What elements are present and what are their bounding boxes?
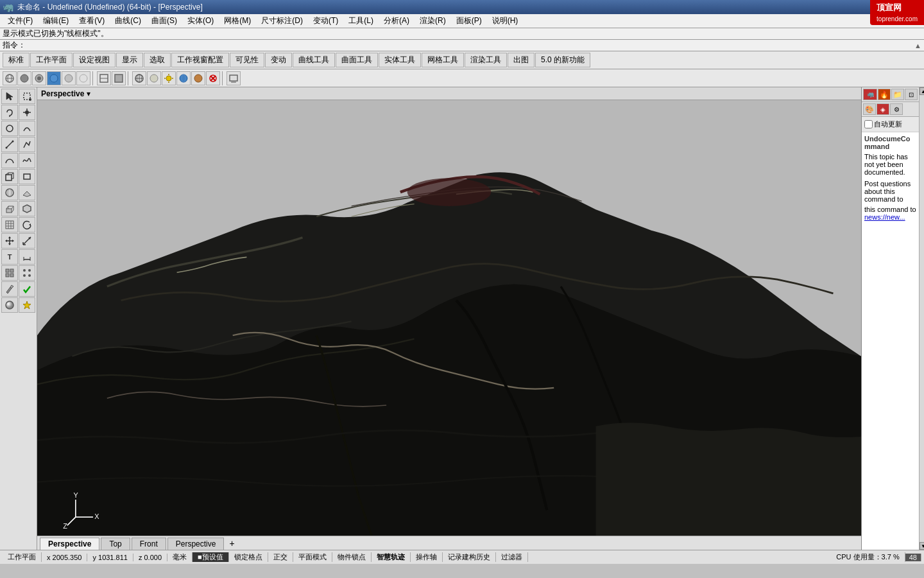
text-tool[interactable]: T xyxy=(1,249,18,265)
tab-perspective1[interactable]: Perspective xyxy=(40,538,99,550)
flame-icon[interactable]: 🔥 xyxy=(878,89,891,100)
tb-sun-icon[interactable] xyxy=(162,71,176,85)
tab-front[interactable]: Front xyxy=(132,538,166,550)
rotate-tool[interactable] xyxy=(19,217,35,232)
freeform-tool[interactable] xyxy=(19,153,35,168)
solid-tool[interactable] xyxy=(19,201,35,216)
tb-display[interactable]: 显示 xyxy=(116,53,143,67)
tab-top[interactable]: Top xyxy=(101,538,130,550)
rect-tool[interactable] xyxy=(19,169,35,184)
tab-perspective2[interactable]: Perspective xyxy=(167,538,225,550)
planar-btn[interactable]: 平面模式 xyxy=(293,552,332,562)
tb-solid-tools[interactable]: 实体工具 xyxy=(379,53,421,67)
cmd-input[interactable] xyxy=(26,41,154,50)
tb-blue-sphere-icon[interactable] xyxy=(47,71,61,85)
osnap-btn[interactable]: 物件锁点 xyxy=(332,552,372,562)
tb-sphere5[interactable] xyxy=(147,71,161,85)
tb-world-icon[interactable] xyxy=(3,71,17,85)
scroll-up-arrow[interactable]: ▲ xyxy=(920,87,924,95)
dropper-icon[interactable]: ◈ xyxy=(877,103,889,115)
rhino-logo[interactable]: 🦏 xyxy=(863,89,877,100)
tb-icon7[interactable] xyxy=(97,71,111,85)
extrude-tool[interactable] xyxy=(1,201,18,216)
sphere-tool[interactable] xyxy=(1,185,18,200)
tb-surface-tools[interactable]: 曲面工具 xyxy=(336,53,378,67)
tb-new-features[interactable]: 5.0 的新功能 xyxy=(535,53,590,67)
cmd-expand[interactable]: ▲ xyxy=(914,42,921,49)
star-tool[interactable] xyxy=(19,297,35,313)
circle-tool[interactable] xyxy=(1,121,18,136)
filter-btn[interactable]: 过滤器 xyxy=(496,552,528,562)
snap-btn[interactable]: 锁定格点 xyxy=(229,552,268,562)
tb-icon8[interactable] xyxy=(112,71,126,85)
marquee-tool[interactable] xyxy=(19,89,35,104)
tb-visibility[interactable]: 可见性 xyxy=(230,53,264,67)
tb-sphere3-icon[interactable] xyxy=(62,71,76,85)
history-btn[interactable]: 记录建构历史 xyxy=(443,552,496,562)
mesh-tool[interactable] xyxy=(1,217,18,232)
tb-earth2-icon[interactable] xyxy=(191,71,205,85)
ortho-btn[interactable]: 正交 xyxy=(268,552,293,562)
scale-tool[interactable] xyxy=(19,233,35,249)
menu-mesh[interactable]: 网格(M) xyxy=(219,14,256,28)
tb-standard[interactable]: 标准 xyxy=(3,53,30,67)
select-tool[interactable] xyxy=(1,89,18,104)
tb-globe-grid[interactable] xyxy=(132,71,146,85)
move-tool[interactable] xyxy=(1,233,18,249)
tb-sphere4-icon[interactable] xyxy=(76,71,90,85)
tb-viewport-config[interactable]: 工作视窗配置 xyxy=(171,53,229,67)
array-tool[interactable] xyxy=(19,265,35,281)
surface-tool[interactable] xyxy=(19,185,35,200)
menu-dimension[interactable]: 尺寸标注(D) xyxy=(256,14,308,28)
settings-icon[interactable]: ⚙ xyxy=(890,103,903,115)
scroll-down-arrow[interactable]: ▼ xyxy=(920,542,924,550)
menu-curve[interactable]: 曲线(C) xyxy=(110,14,146,28)
menu-analysis[interactable]: 分析(A) xyxy=(379,14,415,28)
menu-solid[interactable]: 实体(O) xyxy=(182,14,219,28)
menu-surface[interactable]: 曲面(S) xyxy=(146,14,182,28)
tb-earth-icon[interactable] xyxy=(176,71,191,85)
curve-tool[interactable] xyxy=(1,153,18,168)
menu-panels[interactable]: 面板(P) xyxy=(451,14,487,28)
paint-tool[interactable] xyxy=(1,281,18,297)
tb-render-tools[interactable]: 渲染工具 xyxy=(465,53,507,67)
tb-cross-icon[interactable] xyxy=(206,71,220,85)
menu-transform[interactable]: 变动(T) xyxy=(308,14,343,28)
check-tool[interactable] xyxy=(19,281,35,297)
tb-transform[interactable]: 变动 xyxy=(265,53,292,67)
lasso-tool[interactable] xyxy=(1,105,18,120)
tb-mesh-tools[interactable]: 网格工具 xyxy=(422,53,464,67)
dim-tool[interactable] xyxy=(19,249,35,265)
shade-tool[interactable] xyxy=(1,297,18,313)
line-tool[interactable] xyxy=(1,137,18,152)
grid-tool[interactable] xyxy=(1,265,18,281)
tb-select[interactable]: 选取 xyxy=(144,53,171,67)
tb-sphere2-icon[interactable] xyxy=(32,71,46,85)
tb-setview[interactable]: 设定视图 xyxy=(73,53,116,67)
viewport[interactable]: Y X Z xyxy=(37,100,861,536)
tb-print[interactable]: 出图 xyxy=(508,53,535,67)
color-wheel-icon[interactable]: 🎨 xyxy=(863,103,876,115)
viewport-dropdown[interactable]: ▾ xyxy=(87,89,90,98)
help-link[interactable]: news://new... xyxy=(864,213,905,221)
tb-workplane[interactable]: 工作平面 xyxy=(30,53,73,67)
arc-tool[interactable] xyxy=(19,121,35,136)
menu-tools[interactable]: 工具(L) xyxy=(343,14,379,28)
add-tab-button[interactable]: + xyxy=(225,537,238,550)
smarttrack-btn[interactable]: 智慧轨迹 xyxy=(372,552,411,562)
auto-update-checkbox[interactable] xyxy=(864,120,873,128)
menu-render[interactable]: 渲染(R) xyxy=(415,14,451,28)
tb-curve-tools[interactable]: 曲线工具 xyxy=(293,53,335,67)
menu-view[interactable]: 查看(V) xyxy=(74,14,110,28)
tb-monitor-icon[interactable] xyxy=(227,71,241,85)
folder-icon[interactable]: 📁 xyxy=(891,89,904,100)
tb-sphere-icon[interactable] xyxy=(17,71,31,85)
menu-edit[interactable]: 编辑(E) xyxy=(38,14,74,28)
gumball-btn[interactable]: 操作轴 xyxy=(411,552,443,562)
polyline-tool[interactable] xyxy=(19,137,35,152)
point-tool[interactable] xyxy=(19,105,35,120)
menu-file[interactable]: 文件(F) xyxy=(3,14,38,28)
maximize-icon[interactable]: ⊡ xyxy=(905,89,918,100)
menu-help[interactable]: 说明(H) xyxy=(487,14,524,28)
box-tool[interactable] xyxy=(1,169,18,184)
